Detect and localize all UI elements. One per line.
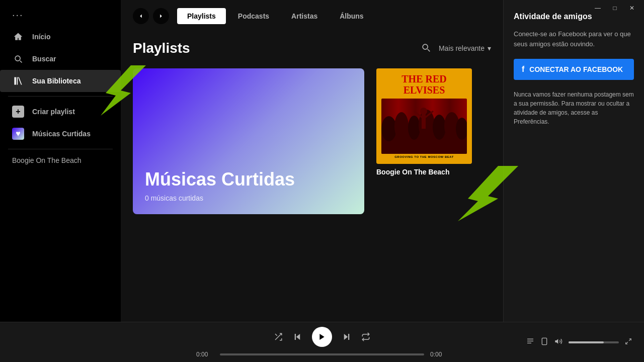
time-current: 0:00	[196, 351, 214, 358]
tab-albuns[interactable]: Álbuns	[330, 8, 373, 24]
svg-line-3	[428, 49, 430, 51]
svg-rect-0	[15, 77, 16, 85]
library-icon	[12, 75, 24, 87]
volume-button[interactable]	[554, 337, 562, 347]
svg-point-5	[381, 116, 396, 141]
sidebar-create-label: Criar playlist	[32, 108, 75, 116]
spotify-logo-dots: ···	[0, 4, 121, 26]
svg-line-17	[275, 334, 277, 336]
content-area: Playlists Mais relevante ▾ Músicas Curti…	[121, 32, 503, 322]
liked-songs-card[interactable]: Músicas Curtidas 0 músicas curtidas	[133, 68, 364, 214]
friends-note: Nunca vamos fazer nenhuma postagem sem a…	[514, 90, 634, 126]
svg-point-8	[419, 110, 435, 140]
tab-playlists[interactable]: Playlists	[177, 8, 226, 24]
svg-marker-18	[296, 334, 300, 340]
sidebar-playlist-boogie[interactable]: Boogie On The Beach	[0, 153, 121, 167]
sidebar-liked-songs[interactable]: ♥ Músicas Curtidas	[0, 123, 121, 145]
player-center: 0:00 0:00	[153, 327, 491, 358]
svg-point-9	[433, 115, 446, 140]
play-button[interactable]	[312, 327, 332, 347]
sidebar-library-label: Sua Biblioteca	[32, 77, 80, 85]
album-figures	[381, 99, 467, 154]
minimize-button[interactable]: —	[590, 1, 606, 15]
svg-rect-19	[295, 334, 296, 340]
sidebar-divider	[8, 96, 113, 97]
svg-rect-12	[422, 114, 426, 129]
svg-rect-26	[542, 338, 546, 344]
tab-podcasts[interactable]: Podcasts	[228, 8, 279, 24]
svg-point-7	[408, 116, 420, 140]
sidebar-divider-2	[8, 149, 113, 149]
nav-arrows	[133, 8, 169, 24]
svg-rect-24	[527, 340, 533, 341]
sidebar-item-home[interactable]: Início	[0, 26, 121, 48]
time-total: 0:00	[430, 351, 448, 358]
top-nav: Playlists Podcasts Artistas Álbuns	[121, 0, 503, 32]
repeat-button[interactable]	[361, 332, 370, 341]
facebook-icon: f	[522, 65, 524, 74]
album-cover-art: THE RED ELVISES	[376, 68, 472, 164]
connect-facebook-button[interactable]: f CONECTAR AO FACEBOOK	[514, 59, 634, 80]
svg-point-13	[420, 108, 427, 115]
progress-bar-container: 0:00 0:00	[196, 351, 448, 358]
svg-rect-23	[527, 338, 533, 339]
content-header: Playlists Mais relevante ▾	[133, 40, 491, 56]
sidebar-item-search[interactable]: Buscar	[0, 48, 121, 70]
sort-chevron-icon: ▾	[488, 44, 491, 52]
svg-line-28	[629, 338, 631, 340]
friends-description: Conecte-se ao Facebook para ver o que se…	[514, 29, 634, 49]
svg-point-2	[423, 44, 428, 49]
svg-rect-1	[17, 77, 18, 85]
sidebar-home-label: Início	[32, 33, 51, 41]
titlebar: — □ ✕	[584, 0, 644, 16]
fullscreen-button[interactable]	[625, 338, 632, 347]
album-title: Boogie On The Beach	[376, 168, 472, 176]
back-button[interactable]	[133, 8, 149, 24]
svg-line-29	[626, 342, 628, 344]
liked-songs-count: 0 músicas curtidas	[145, 194, 352, 202]
devices-button[interactable]	[540, 337, 548, 347]
home-icon	[12, 31, 24, 43]
search-content-icon[interactable]	[421, 42, 431, 55]
player-bar: 0:00 0:00	[0, 322, 644, 362]
friends-panel: Atividade de amigos Conecte-se ao Facebo…	[503, 0, 644, 322]
album-card-boogie[interactable]: THE RED ELVISES	[376, 68, 472, 214]
content-controls: Mais relevante ▾	[421, 42, 491, 55]
svg-marker-21	[344, 334, 348, 340]
app-layout: ··· Início Buscar Sua Biblioteca + Criar…	[0, 0, 644, 322]
sidebar-liked-label: Músicas Curtidas	[32, 130, 91, 138]
connect-fb-label: CONECTAR AO FACEBOOK	[529, 65, 623, 73]
volume-fill	[569, 341, 604, 343]
sidebar-item-library[interactable]: Sua Biblioteca	[0, 70, 121, 92]
forward-button[interactable]	[153, 8, 169, 24]
figure-silhouette	[381, 99, 467, 154]
album-cover: THE RED ELVISES	[376, 68, 472, 164]
close-button[interactable]: ✕	[624, 1, 640, 15]
maximize-button[interactable]: □	[607, 1, 623, 15]
create-playlist-icon: +	[12, 106, 24, 118]
progress-track[interactable]	[220, 353, 424, 355]
volume-bar[interactable]	[569, 341, 619, 343]
search-icon	[12, 53, 24, 65]
playlists-grid: Músicas Curtidas 0 músicas curtidas THE …	[133, 68, 491, 214]
shuffle-button[interactable]	[274, 332, 283, 341]
nav-tabs: Playlists Podcasts Artistas Álbuns	[177, 8, 374, 24]
next-button[interactable]	[342, 332, 351, 341]
page-title: Playlists	[133, 40, 190, 56]
player-right	[491, 337, 632, 347]
sidebar-search-label: Buscar	[32, 55, 56, 63]
player-controls	[274, 327, 370, 347]
sidebar: ··· Início Buscar Sua Biblioteca + Criar…	[0, 0, 121, 322]
sort-button[interactable]: Mais relevante ▾	[439, 44, 491, 52]
tab-artistas[interactable]: Artistas	[281, 8, 328, 24]
sidebar-create-playlist[interactable]: + Criar playlist	[0, 101, 121, 123]
liked-songs-icon: ♥	[12, 128, 24, 140]
liked-songs-card-title: Músicas Curtidas	[145, 169, 352, 190]
queue-button[interactable]	[526, 337, 534, 347]
sort-label: Mais relevante	[439, 44, 485, 52]
svg-rect-25	[527, 342, 531, 343]
band-name: THE RED ELVISES	[381, 73, 467, 96]
previous-button[interactable]	[293, 332, 302, 341]
svg-point-6	[394, 112, 409, 140]
svg-marker-20	[319, 334, 324, 340]
